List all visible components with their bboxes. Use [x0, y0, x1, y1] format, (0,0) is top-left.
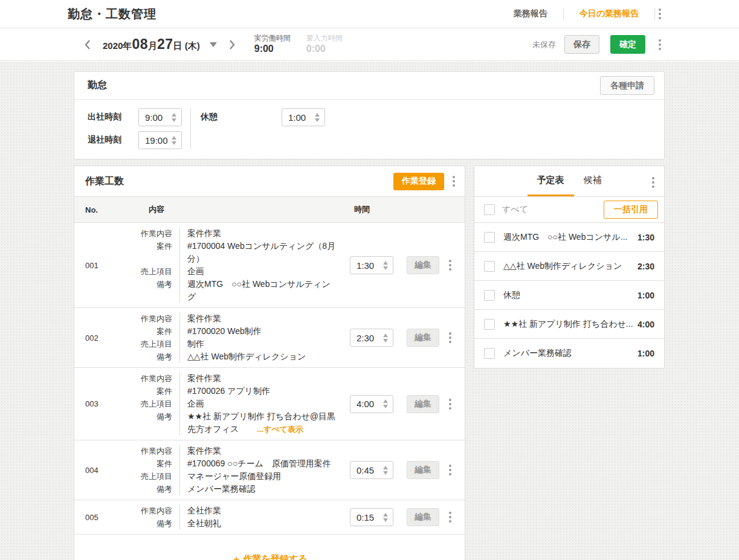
schedule-item: ★★社 新アプリ制作 打ち合わせ... 4:00: [474, 310, 664, 339]
spinner-down-icon[interactable]: [383, 405, 388, 408]
spinner-icon[interactable]: [382, 465, 389, 476]
bulk-quote-button[interactable]: 一括引用: [604, 201, 658, 219]
work-time-input[interactable]: 0:15: [350, 508, 393, 526]
spinner-up-icon[interactable]: [315, 113, 320, 117]
next-day-button[interactable]: [225, 38, 239, 51]
clock-in-input[interactable]: 9:00: [138, 108, 182, 126]
confirm-button[interactable]: 確定: [610, 35, 645, 54]
work-register-button[interactable]: 作業登録: [393, 173, 444, 190]
schedule-item-checkbox[interactable]: [484, 232, 495, 243]
edit-button[interactable]: 編集: [407, 461, 439, 479]
work-time-input[interactable]: 1:30: [350, 256, 393, 274]
break-field: 休憩 1:00: [201, 108, 325, 126]
tab-schedule[interactable]: 予定表: [528, 166, 574, 196]
spinner-down-icon[interactable]: [383, 471, 388, 475]
kebab-menu-icon[interactable]: [445, 396, 455, 412]
field-value: 週次MTG ○○社 Webコンサルティング: [179, 278, 339, 303]
date-dropdown-caret-icon[interactable]: [210, 42, 217, 47]
spinner-up-icon[interactable]: [172, 136, 176, 140]
work-row-fields: 作業内容案件作業案件#1700026 アプリ制作売上項目企画備考★★社 新アプリ…: [132, 372, 339, 436]
date-display[interactable]: 2020年 08 月 27 日 (木): [103, 36, 200, 53]
spinner-icon[interactable]: [170, 112, 178, 123]
content-area: 勤怠 各種申請 出社時刻 9:00 退社時刻 19:00: [0, 62, 739, 560]
kebab-menu-icon[interactable]: [655, 37, 665, 53]
schedule-tabs: 予定表 候補: [474, 166, 664, 196]
spinner-icon[interactable]: [382, 332, 389, 344]
applications-button[interactable]: 各種申請: [600, 76, 654, 95]
work-row-fields: 作業内容案件作業案件#1700069 ○○チーム 原価管理用案件売上項目マネージ…: [132, 445, 339, 495]
select-all-checkbox[interactable]: [484, 204, 495, 215]
schedule-item: 休憩 1:00: [474, 281, 664, 310]
work-hours-panel: 作業工数 作業登録 No. 内容 時間 001 作業内容案件作業案件#17000…: [74, 166, 465, 560]
add-work-label: 作業を登録する: [243, 553, 307, 560]
schedule-item-checkbox[interactable]: [484, 348, 495, 359]
spinner-up-icon[interactable]: [383, 261, 388, 265]
work-row: 003 作業内容案件作業案件#1700026 アプリ制作売上項目企画備考★★社 …: [74, 368, 465, 440]
add-work-link[interactable]: ＋作業を登録する: [231, 553, 307, 560]
show-all-link[interactable]: ...すべて表示: [257, 425, 303, 434]
prev-day-button[interactable]: [81, 38, 94, 51]
edit-button[interactable]: 編集: [407, 395, 439, 413]
spinner-icon[interactable]: [382, 512, 389, 523]
spinner-down-icon[interactable]: [315, 118, 320, 122]
spinner-up-icon[interactable]: [383, 333, 388, 337]
save-button[interactable]: 保存: [564, 35, 599, 54]
spinner-icon[interactable]: [170, 135, 178, 146]
kebab-menu-icon[interactable]: [449, 173, 459, 189]
kebab-menu-icon[interactable]: [445, 462, 455, 478]
top-header: 勤怠・工数管理 業務報告 今日の業務報告: [0, 0, 739, 28]
schedule-item-label: 休憩: [503, 290, 520, 301]
edit-button[interactable]: 編集: [407, 256, 439, 274]
kebab-menu-icon[interactable]: [655, 6, 665, 22]
schedule-item-time: 2:30: [633, 262, 654, 271]
edit-button[interactable]: 編集: [407, 508, 439, 526]
clock-out-input[interactable]: 19:00: [138, 131, 182, 149]
nav-todays-gyomu-hokoku[interactable]: 今日の業務報告: [564, 8, 654, 19]
schedule-item-checkbox[interactable]: [484, 319, 495, 330]
schedule-item-checkbox[interactable]: [484, 290, 495, 301]
spinner-down-icon[interactable]: [383, 266, 388, 270]
field-value: △△社 Web制作ディレクション: [179, 350, 339, 363]
field-label: 案件: [132, 385, 179, 397]
actual-work-time: 実労働時間 9:00: [254, 34, 291, 55]
date-day: 27: [157, 36, 173, 53]
spinner-icon[interactable]: [382, 398, 389, 410]
field-label: 作業内容: [132, 312, 179, 325]
work-time-input[interactable]: 4:00: [350, 395, 393, 413]
nav-gyomu-hokoku[interactable]: 業務報告: [498, 8, 563, 19]
kebab-menu-icon[interactable]: [445, 330, 455, 346]
work-table-header: No. 内容 時間: [74, 196, 465, 223]
work-time-input[interactable]: 0:45: [350, 461, 393, 479]
spinner-up-icon[interactable]: [383, 399, 388, 403]
spinner-icon[interactable]: [314, 112, 321, 123]
kebab-menu-icon[interactable]: [445, 257, 455, 273]
date-year: 2020年: [103, 40, 132, 52]
schedule-item-checkbox[interactable]: [484, 261, 495, 272]
kebab-menu-icon[interactable]: [445, 509, 455, 525]
work-time-value: 4:00: [357, 399, 382, 409]
field-value: ★★社 新アプリ制作 打ち合わせ@目黒先方オフィス...すべて表示: [179, 410, 339, 436]
edit-button[interactable]: 編集: [407, 329, 439, 347]
kebab-menu-icon[interactable]: [648, 175, 658, 190]
tab-candidates[interactable]: 候補: [574, 166, 612, 196]
break-label: 休憩: [201, 112, 282, 123]
spinner-down-icon[interactable]: [172, 118, 176, 122]
work-row-number: 002: [74, 333, 132, 343]
field-label: 案件: [132, 240, 179, 265]
spinner-down-icon[interactable]: [383, 518, 388, 522]
spinner-down-icon[interactable]: [172, 141, 176, 145]
top-nav: 業務報告 今日の業務報告: [498, 6, 665, 22]
break-input[interactable]: 1:00: [282, 108, 325, 126]
spinner-up-icon[interactable]: [383, 513, 388, 517]
field-value: #1700020 Web制作: [179, 325, 339, 338]
date-toolbar: 2020年 08 月 27 日 (木) 実労働時間 9:00 要入力時間 0:0…: [0, 28, 739, 61]
column-header-no: No.: [74, 205, 132, 214]
field-value: 企画: [179, 397, 339, 410]
schedule-item-label: ★★社 新アプリ制作 打ち合わせ...: [503, 319, 633, 330]
spinner-icon[interactable]: [382, 260, 389, 271]
work-row-number: 003: [74, 399, 132, 408]
spinner-up-icon[interactable]: [383, 466, 388, 469]
spinner-up-icon[interactable]: [172, 113, 176, 117]
spinner-down-icon[interactable]: [383, 339, 388, 343]
work-time-input[interactable]: 2:30: [350, 329, 393, 347]
